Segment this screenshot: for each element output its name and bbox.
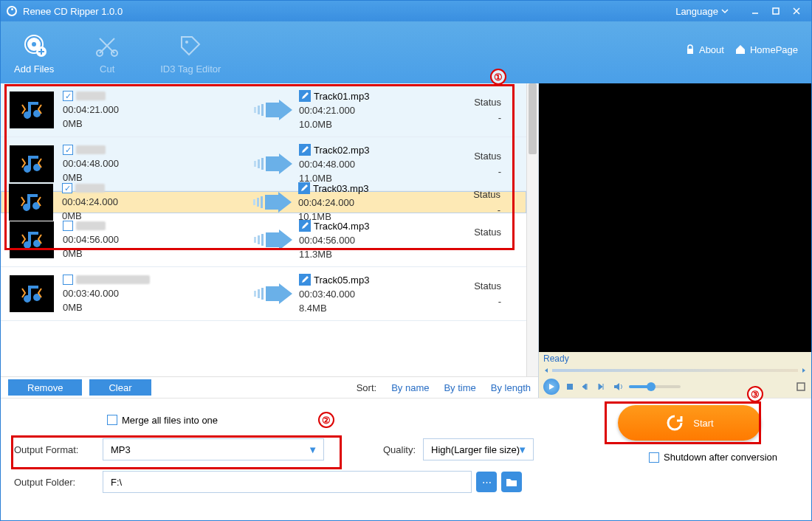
svg-point-9 bbox=[185, 41, 188, 44]
refresh-icon bbox=[665, 413, 684, 432]
merge-checkbox[interactable] bbox=[107, 415, 117, 425]
edit-name-button[interactable] bbox=[299, 90, 311, 102]
sort-by-name[interactable]: By name bbox=[391, 382, 429, 393]
track-checkbox[interactable] bbox=[63, 221, 73, 231]
src-size: 0MB bbox=[63, 118, 247, 129]
remove-button[interactable]: Remove bbox=[8, 379, 82, 396]
track-thumbnail bbox=[10, 221, 54, 258]
shutdown-checkbox[interactable] bbox=[649, 452, 659, 463]
add-files-button[interactable]: Add Files bbox=[14, 31, 54, 75]
sort-by-length[interactable]: By length bbox=[491, 382, 531, 393]
track-row[interactable]: 00:03:40.0000MBTrack05.mp300:03:40.0008.… bbox=[1, 267, 526, 321]
dst-name: Track01.mp3 bbox=[314, 91, 369, 102]
close-button[interactable] bbox=[788, 4, 805, 18]
next-track-button[interactable] bbox=[596, 381, 608, 393]
volume-slider[interactable] bbox=[629, 385, 681, 388]
sort-label: Sort: bbox=[357, 382, 376, 393]
maximize-button[interactable] bbox=[767, 4, 785, 18]
svg-rect-1 bbox=[773, 8, 779, 14]
src-duration: 00:04:48.000 bbox=[63, 158, 247, 169]
svg-rect-18 bbox=[261, 158, 264, 170]
status-value: - bbox=[439, 242, 501, 253]
volume-icon[interactable] bbox=[613, 381, 625, 393]
track-thumbnail bbox=[10, 145, 54, 182]
chevron-down-icon bbox=[721, 7, 729, 15]
svg-rect-14 bbox=[261, 104, 264, 116]
seek-next-icon[interactable] bbox=[801, 368, 807, 373]
src-size: 0MB bbox=[63, 248, 247, 259]
dst-size: 8.4MB bbox=[299, 303, 439, 314]
tag-icon bbox=[177, 31, 204, 61]
dst-size: 11.3MB bbox=[299, 249, 439, 260]
svg-rect-13 bbox=[258, 106, 260, 114]
edit-name-button[interactable] bbox=[299, 274, 311, 286]
id3-label: ID3 Tag Editor bbox=[160, 63, 221, 75]
track-checkbox[interactable] bbox=[63, 145, 73, 155]
status-value: - bbox=[439, 296, 501, 307]
track-row[interactable]: 00:04:21.0000MBTrack01.mp300:04:21.00010… bbox=[1, 83, 526, 137]
output-format-value: MP3 bbox=[111, 444, 131, 455]
track-checkbox[interactable] bbox=[63, 91, 73, 101]
scrollbar-thumb[interactable] bbox=[529, 83, 537, 154]
track-checkbox[interactable] bbox=[62, 183, 72, 193]
svg-rect-12 bbox=[254, 107, 256, 113]
list-scrollbar[interactable] bbox=[526, 83, 538, 376]
seek-prev-icon[interactable] bbox=[543, 368, 549, 373]
preview-screen bbox=[539, 83, 811, 352]
status-label: Status bbox=[439, 97, 501, 108]
track-name-blurred bbox=[76, 275, 150, 284]
dst-duration: 00:04:48.000 bbox=[299, 159, 439, 170]
output-format-select[interactable]: MP3 ▼ bbox=[103, 438, 324, 460]
language-dropdown[interactable]: Language bbox=[675, 6, 729, 17]
track-list: 00:04:21.0000MBTrack01.mp300:04:21.00010… bbox=[1, 83, 526, 376]
clear-button[interactable]: Clear bbox=[89, 379, 151, 396]
status-value: - bbox=[438, 204, 500, 215]
quality-select[interactable]: High(Larger file size) ▼ bbox=[423, 438, 534, 460]
homepage-link[interactable]: HomePage bbox=[734, 44, 798, 55]
cut-label: Cut bbox=[100, 63, 114, 75]
more-folder-button[interactable]: ⋯ bbox=[476, 472, 497, 492]
svg-rect-22 bbox=[261, 196, 263, 208]
play-button[interactable] bbox=[543, 379, 560, 395]
preview-status: Ready bbox=[539, 352, 811, 365]
svg-rect-30 bbox=[261, 288, 264, 300]
status-value: - bbox=[439, 112, 501, 123]
id3-editor-button[interactable]: ID3 Tag Editor bbox=[160, 31, 221, 75]
dst-size: 10.1MB bbox=[298, 211, 438, 222]
about-link[interactable]: About bbox=[685, 44, 724, 55]
edit-name-button[interactable] bbox=[298, 182, 310, 194]
track-name-blurred bbox=[76, 92, 106, 100]
track-thumbnail bbox=[10, 275, 54, 312]
start-button[interactable]: Start bbox=[618, 405, 761, 441]
edit-name-button[interactable] bbox=[299, 144, 311, 156]
seek-slider[interactable] bbox=[552, 369, 798, 372]
output-folder-input[interactable] bbox=[103, 471, 472, 493]
track-checkbox[interactable] bbox=[63, 275, 73, 285]
dst-name: Track02.mp3 bbox=[314, 145, 369, 156]
browse-folder-button[interactable] bbox=[501, 472, 522, 492]
cut-button[interactable]: Cut bbox=[94, 31, 120, 75]
arrow-icon bbox=[247, 230, 299, 250]
quality-label: Quality: bbox=[383, 444, 416, 455]
output-folder-label: Output Folder: bbox=[14, 477, 103, 488]
track-thumbnail bbox=[9, 184, 53, 221]
app-logo-icon bbox=[7, 6, 17, 16]
track-row[interactable]: 00:04:24.0000MBTrack03.mp300:04:24.00010… bbox=[1, 191, 526, 213]
track-row[interactable]: 00:04:56.0000MBTrack04.mp300:04:56.00011… bbox=[1, 213, 526, 267]
fullscreen-button[interactable] bbox=[795, 381, 807, 393]
prev-track-button[interactable] bbox=[580, 381, 592, 393]
sort-by-time[interactable]: By time bbox=[444, 382, 475, 393]
chevron-down-icon: ▼ bbox=[308, 444, 317, 455]
about-label: About bbox=[699, 44, 724, 55]
track-name-blurred bbox=[76, 221, 106, 230]
svg-rect-28 bbox=[254, 291, 256, 297]
svg-rect-32 bbox=[797, 383, 805, 390]
minimize-button[interactable] bbox=[746, 4, 764, 18]
arrow-icon bbox=[247, 153, 299, 174]
stop-button[interactable] bbox=[564, 381, 576, 393]
home-icon bbox=[734, 44, 746, 55]
dst-name: Track05.mp3 bbox=[314, 275, 369, 286]
language-label: Language bbox=[675, 6, 718, 17]
svg-rect-17 bbox=[258, 159, 260, 168]
track-name-blurred bbox=[76, 145, 106, 154]
